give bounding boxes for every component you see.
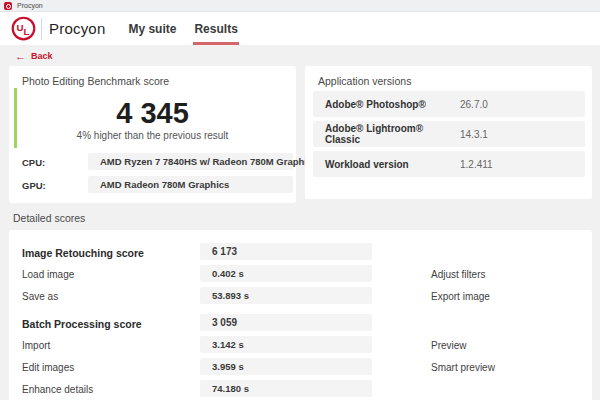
cpu-row: CPU: AMD Ryzen 7 7840HS w/ Radeon 780M G… (9, 153, 296, 170)
back-arrow-icon: ← (15, 52, 26, 61)
back-button[interactable]: ← Back (15, 51, 53, 61)
detail-row-import: Import 3.142 s Preview (9, 336, 592, 353)
version-row: Adobe® Lightroom® Classic 14.3.1 (313, 121, 585, 147)
detail-value: 53.893 s (212, 290, 249, 301)
tab-my-suite[interactable]: My suite (119, 12, 185, 45)
detail-label: Image Retouching score (22, 247, 144, 259)
detail-row-batch-processing-score: Batch Processing score 3 059 (9, 314, 592, 331)
detail-value: 3.959 s (212, 361, 244, 372)
version-row: Adobe® Photoshop® 26.7.0 (313, 91, 585, 117)
detail-value: 3.142 s (212, 339, 244, 350)
app-header: U L Procyon My suite Results (0, 12, 600, 45)
app-icon (4, 2, 12, 10)
application-versions-panel: Application versions Adobe® Photoshop® 2… (305, 66, 592, 199)
back-label: Back (31, 51, 53, 61)
detail-row-save-as: Save as 53.893 s Export image (9, 287, 592, 304)
detail-value-box: 74.180 s (200, 380, 372, 397)
version-app-name: Adobe® Lightroom® Classic (325, 123, 460, 145)
cpu-label: CPU: (22, 157, 45, 168)
detail-value: 0.402 s (212, 268, 244, 279)
detail-label: Batch Processing score (22, 318, 142, 330)
detail-right-label: Preview (431, 340, 467, 351)
detail-row-edit-images: Edit images 3.959 s Smart preview (9, 358, 592, 375)
detail-label: Edit images (22, 362, 74, 373)
version-number: 14.3.1 (460, 129, 488, 140)
detail-right-label: Adjust filters (431, 269, 485, 280)
cpu-value: AMD Ryzen 7 7840HS w/ Radeon 780M Graphi… (100, 156, 318, 167)
main-nav: My suite Results (119, 12, 246, 45)
version-number: 1.2.411 (460, 159, 493, 170)
version-number: 26.7.0 (460, 99, 488, 110)
detail-value-box: 53.893 s (200, 287, 372, 304)
gpu-label: GPU: (22, 180, 46, 191)
version-row: Workload version 1.2.411 (313, 151, 585, 177)
gpu-value-box: AMD Radeon 780M Graphics (88, 176, 293, 193)
tab-results[interactable]: Results (185, 12, 246, 45)
detail-value-box: 3.959 s (200, 358, 372, 375)
detail-label: Load image (22, 269, 74, 280)
detail-value: 6 173 (212, 246, 237, 257)
benchmark-score: 4 345 (9, 98, 296, 128)
version-app-name: Adobe® Photoshop® (325, 99, 460, 110)
detail-label: Import (22, 340, 50, 351)
version-app-name: Workload version (325, 159, 460, 170)
brand-title: Procyon (49, 20, 105, 37)
ul-logo-icon: U L (11, 16, 36, 41)
detail-row-image-retouching-score: Image Retouching score 6 173 (9, 243, 592, 260)
detail-label: Save as (22, 291, 58, 302)
detailed-scores-title: Detailed scores (13, 212, 85, 224)
gpu-row: GPU: AMD Radeon 780M Graphics (9, 176, 296, 193)
window-titlebar: Procyon (0, 0, 600, 12)
detail-right-label: Export image (431, 291, 490, 302)
detail-row-load-image: Load image 0.402 s Adjust filters (9, 265, 592, 282)
detail-value-box: 0.402 s (200, 265, 372, 282)
score-panel-title: Photo Editing Benchmark score (22, 75, 169, 87)
detail-value: 74.180 s (212, 383, 249, 394)
detail-row-enhance-details: Enhance details 74.180 s (9, 380, 592, 397)
detailed-scores-panel: Image Retouching score 6 173 Load image … (9, 230, 592, 400)
svg-text:U: U (17, 22, 24, 33)
detail-value-box: 3.142 s (200, 336, 372, 353)
score-comparison-note: 4% higher than the previous result (9, 130, 296, 141)
detail-right-label: Smart preview (431, 362, 495, 373)
detail-value-box: 3 059 (200, 314, 372, 331)
detail-value: 3 059 (212, 317, 237, 328)
detail-label: Enhance details (22, 384, 93, 395)
gpu-value: AMD Radeon 780M Graphics (100, 179, 229, 190)
window-title: Procyon (17, 2, 43, 9)
header-divider (41, 18, 42, 40)
cpu-value-box: AMD Ryzen 7 7840HS w/ Radeon 780M Graphi… (88, 153, 293, 170)
versions-panel-title: Application versions (318, 75, 411, 87)
svg-text:L: L (24, 26, 30, 37)
detail-value-box: 6 173 (200, 243, 372, 260)
benchmark-score-panel: Photo Editing Benchmark score 4 345 4% h… (9, 66, 296, 203)
